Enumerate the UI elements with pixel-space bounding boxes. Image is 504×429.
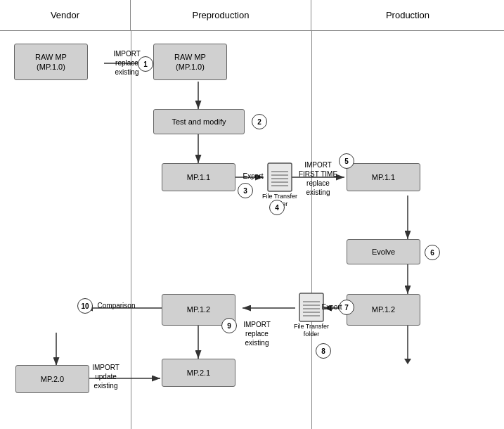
header-production: Production [311, 0, 504, 31]
prod-mp12-box: MP.1.2 [347, 294, 420, 326]
step-8-label: 8 [321, 347, 325, 355]
file-transfer-folder-2: File Transferfolder [294, 292, 329, 338]
pre-mp21-box: MP.2.1 [162, 359, 235, 387]
step-4-circle: 4 [269, 200, 285, 215]
import-update-label: IMPORTupdateexisting [83, 363, 129, 390]
pre-raw-mp-box: RAW MP(MP.1.0) [153, 44, 227, 80]
pre-mp11-label: MP.1.1 [187, 172, 210, 182]
step-6-label: 6 [430, 249, 434, 257]
production-label: Production [386, 10, 429, 20]
svg-rect-16 [268, 163, 292, 191]
pre-raw-mp-label: RAW MP(MP.1.0) [174, 52, 206, 72]
prod-evolve-label: Evolve [372, 247, 395, 257]
step-2-label: 2 [257, 118, 261, 126]
header-preproduction: Preproduction [131, 0, 311, 31]
pre-mp12-label: MP.1.2 [187, 305, 210, 314]
folder-icon-svg-1 [266, 162, 293, 193]
step-10-circle: 10 [77, 298, 93, 314]
prod-mp11-box: MP.1.1 [347, 163, 420, 191]
pre-test-modify-box: Test and modify [153, 109, 245, 134]
divider-right [311, 31, 312, 429]
diagram-container: Vendor Preproduction Production [0, 0, 504, 429]
vendor-label: Vendor [51, 10, 79, 20]
step-2-circle: 2 [252, 114, 267, 129]
prod-evolve-box: Evolve [347, 239, 420, 264]
step-3-circle: 3 [238, 183, 253, 198]
step-6-circle: 6 [425, 245, 440, 260]
pre-test-modify-label: Test and modify [172, 117, 226, 127]
step-3-label: 3 [243, 187, 247, 195]
vendor-raw-mp-label: RAW MP(MP.1.0) [35, 52, 67, 72]
pre-mp21-label: MP.2.1 [187, 368, 210, 378]
step-4-label: 4 [275, 204, 279, 212]
export-label-7: Export [318, 302, 346, 312]
step-5-label: 5 [344, 158, 349, 165]
vendor-mp20-label: MP.2.0 [41, 374, 64, 384]
comparison-label-10: Comparison [93, 301, 139, 310]
vendor-mp20-box: MP.2.0 [15, 365, 89, 393]
step-9-label: 9 [227, 322, 231, 330]
prod-mp12-label: MP.1.2 [372, 305, 395, 314]
export-label-3: Export [239, 172, 267, 181]
vendor-raw-mp-box: RAW MP(MP.1.0) [14, 44, 88, 80]
import-first-time-label-5: IMPORTFIRST TIMEreplaceexisting [292, 160, 344, 197]
pre-mp11-box: MP.1.1 [162, 163, 235, 191]
step-8-circle: 8 [316, 343, 331, 359]
file-transfer-label-2: File Transferfolder [294, 323, 329, 338]
svg-marker-15 [404, 359, 411, 364]
import-replace-label-9: IMPORTreplaceexisting [234, 320, 280, 347]
header-vendor: Vendor [0, 0, 131, 31]
prod-mp11-label: MP.1.1 [372, 172, 395, 182]
import-replace-label-1: IMPORTreplaceexisting [104, 49, 150, 77]
step-10-label: 10 [81, 302, 89, 310]
preproduction-label: Preproduction [193, 10, 250, 20]
divider-left [131, 31, 131, 429]
